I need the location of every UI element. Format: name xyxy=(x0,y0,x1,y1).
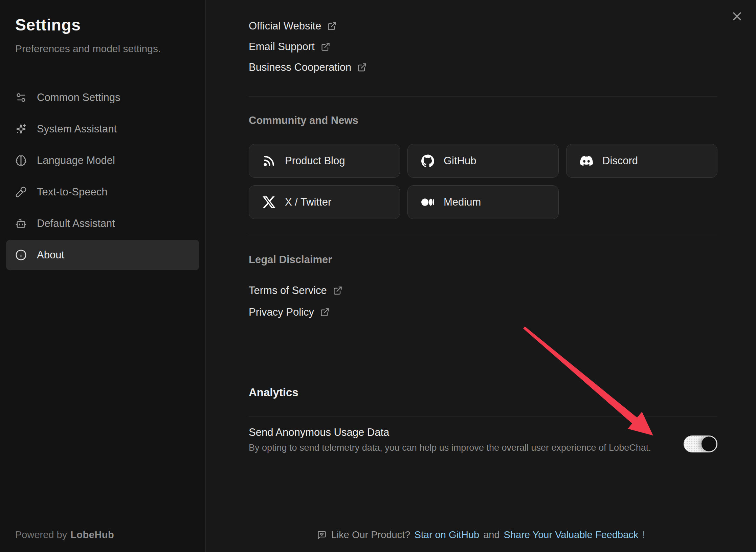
button-label: Discord xyxy=(602,155,638,167)
legal-heading: Legal Disclaimer xyxy=(249,253,717,266)
close-icon[interactable] xyxy=(730,9,744,23)
info-icon xyxy=(15,249,27,261)
sidebar-item-label: About xyxy=(37,249,64,261)
telemetry-setting-description: By opting to send telemetry data, you ca… xyxy=(249,442,651,453)
email-support-link[interactable]: Email Support xyxy=(249,36,330,57)
page-title: Settings xyxy=(15,16,205,35)
footer-suffix: ! xyxy=(642,529,645,540)
powered-by: Powered byLobeHub xyxy=(15,529,114,540)
x-twitter-icon xyxy=(263,196,275,209)
settings-nav: Common Settings System Assistant Languag… xyxy=(0,82,205,270)
powered-by-text: Powered by xyxy=(15,529,67,540)
brain-icon xyxy=(15,155,27,166)
contact-heading: Contact Us xyxy=(249,0,717,1)
link-label: Email Support xyxy=(249,41,315,53)
external-link-icon xyxy=(333,286,342,295)
toggle-knob xyxy=(702,437,716,451)
telemetry-setting-row: Send Anonymous Usage Data By opting to s… xyxy=(249,426,717,453)
telemetry-toggle[interactable] xyxy=(684,436,717,452)
external-link-icon xyxy=(320,307,330,317)
github-button[interactable]: GitHub xyxy=(407,144,559,178)
external-link-icon xyxy=(327,21,337,31)
share-feedback-link[interactable]: Share Your Valuable Feedback xyxy=(504,529,639,540)
link-label: Privacy Policy xyxy=(249,306,314,318)
terms-of-service-link[interactable]: Terms of Service xyxy=(249,280,342,301)
settings-modal: { "sidebar": { "title": "Settings", "sub… xyxy=(0,0,756,552)
community-buttons: Product Blog GitHub Discord X / Twitter … xyxy=(249,144,717,219)
section-divider xyxy=(249,96,717,97)
page-subtitle: Preferences and model settings. xyxy=(15,43,205,55)
section-divider xyxy=(249,417,717,417)
microphone-icon xyxy=(15,186,27,198)
medium-icon xyxy=(421,196,434,209)
official-website-link[interactable]: Official Website xyxy=(249,16,337,36)
telemetry-setting-label: Send Anonymous Usage Data xyxy=(249,426,651,439)
button-label: Medium xyxy=(444,196,481,208)
button-label: GitHub xyxy=(444,155,476,167)
github-icon xyxy=(421,154,434,167)
product-blog-button[interactable]: Product Blog xyxy=(249,144,400,178)
sidebar-item-label: Language Model xyxy=(37,154,115,167)
sidebar-item-system-assistant[interactable]: System Assistant xyxy=(6,114,199,144)
analytics-heading: Analytics xyxy=(249,386,717,399)
business-cooperation-link[interactable]: Business Cooperation xyxy=(249,57,367,78)
section-divider xyxy=(249,235,717,235)
sidebar-item-label: Default Assistant xyxy=(37,217,115,230)
link-label: Official Website xyxy=(249,20,321,32)
x-twitter-button[interactable]: X / Twitter xyxy=(249,185,400,219)
discord-icon xyxy=(580,154,593,167)
external-link-icon xyxy=(321,42,330,51)
about-content: Contact Us Official Website Email Suppor… xyxy=(249,0,717,453)
sidebar-item-common-settings[interactable]: Common Settings xyxy=(6,82,199,113)
link-label: Terms of Service xyxy=(249,284,327,297)
sliders-icon xyxy=(15,92,27,103)
sidebar-item-label: Common Settings xyxy=(37,91,120,104)
bot-icon xyxy=(15,218,27,229)
sidebar-item-about[interactable]: About xyxy=(6,240,199,270)
footer-prefix: Like Our Product? xyxy=(331,529,410,540)
rss-icon xyxy=(263,154,275,167)
community-heading: Community and News xyxy=(249,114,717,127)
legal-links: Terms of Service Privacy Policy xyxy=(249,280,717,323)
contact-links: Official Website Email Support Business … xyxy=(249,16,717,78)
sidebar-item-label: Text-to-Speech xyxy=(37,186,108,198)
telemetry-setting-text: Send Anonymous Usage Data By opting to s… xyxy=(249,426,651,453)
footer-middle: and xyxy=(483,529,499,540)
sparkles-icon xyxy=(15,123,27,135)
medium-button[interactable]: Medium xyxy=(407,185,559,219)
link-label: Business Cooperation xyxy=(249,61,351,73)
message-heart-icon xyxy=(317,530,327,540)
sidebar-item-text-to-speech[interactable]: Text-to-Speech xyxy=(6,177,199,207)
feedback-footer: Like Our Product? Star on GitHub and Sha… xyxy=(206,529,756,540)
sidebar-item-language-model[interactable]: Language Model xyxy=(6,145,199,176)
sidebar-item-label: System Assistant xyxy=(37,123,117,135)
button-label: X / Twitter xyxy=(285,196,331,208)
sidebar-item-default-assistant[interactable]: Default Assistant xyxy=(6,208,199,239)
star-on-github-link[interactable]: Star on GitHub xyxy=(414,529,479,540)
about-panel: Contact Us Official Website Email Suppor… xyxy=(206,0,756,552)
privacy-policy-link[interactable]: Privacy Policy xyxy=(249,301,330,323)
external-link-icon xyxy=(357,63,367,72)
settings-sidebar: Settings Preferences and model settings.… xyxy=(0,0,206,552)
lobehub-brand-link[interactable]: LobeHub xyxy=(70,529,114,540)
button-label: Product Blog xyxy=(285,155,345,167)
discord-button[interactable]: Discord xyxy=(566,144,717,178)
